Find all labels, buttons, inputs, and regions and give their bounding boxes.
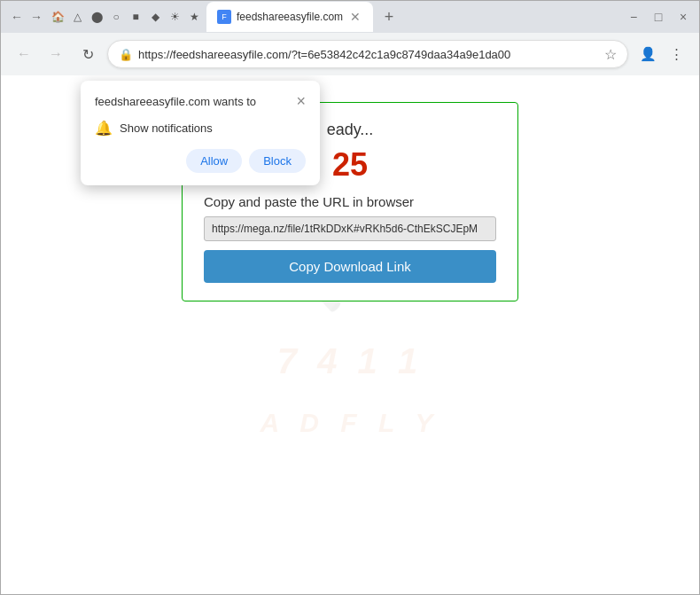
tab-favicon: F [217, 10, 231, 24]
popup-header: feedshareeasyfile.com wants to × [95, 93, 306, 109]
reload-button[interactable]: ↻ [75, 42, 100, 67]
toolbar-icons: 👤 ⋮ [635, 42, 688, 67]
ext-icon-4[interactable]: ○ [107, 8, 125, 26]
ext-icon-8[interactable]: ★ [185, 8, 203, 26]
bookmark-icon[interactable]: ☆ [604, 46, 617, 63]
popup-notification-row: 🔔 Show notifications [95, 120, 306, 137]
maximize-button[interactable]: □ [649, 8, 667, 26]
notif-label: Show notifications [120, 121, 213, 135]
page-content: 🔍 9/77 7 4 1 1 A D F L Y eady... 25 Copy… [1, 75, 699, 594]
back-button[interactable]: ← [12, 42, 36, 67]
window-controls: − □ × [625, 8, 692, 26]
close-button[interactable]: × [674, 8, 692, 26]
ext-icon-1[interactable]: 🏠 [49, 8, 66, 26]
copy-download-link-button[interactable]: Copy Download Link [204, 250, 496, 283]
tab-title: feedshareeasyfile.com [237, 11, 343, 23]
menu-icon[interactable]: ⋮ [664, 42, 688, 67]
block-button[interactable]: Block [249, 149, 306, 173]
tab-active[interactable]: F feedshareeasyfile.com ✕ [206, 2, 373, 32]
popup-title: feedshareeasyfile.com wants to [95, 95, 256, 108]
forward-button[interactable]: → [43, 42, 68, 67]
notification-popup: feedshareeasyfile.com wants to × 🔔 Show … [81, 81, 320, 185]
address-input-wrap[interactable]: 🔒 https://feedshareeasyfile.com/?t=6e538… [107, 40, 628, 68]
url-input[interactable] [204, 216, 496, 241]
lock-icon: 🔒 [119, 48, 133, 61]
tab-close-button[interactable]: ✕ [348, 10, 362, 24]
back-icon[interactable]: ← [8, 8, 26, 26]
allow-button[interactable]: Allow [186, 149, 242, 173]
popup-buttons: Allow Block [95, 149, 306, 173]
address-text: https://feedshareeasyfile.com/?t=6e53842… [138, 48, 599, 61]
url-label: Copy and paste the URL in browser [204, 194, 496, 209]
ext-icon-2[interactable]: △ [68, 8, 86, 26]
browser-window: ← → 🏠 △ ⬤ ○ ■ ◆ ☀ ★ F feedshareeasyfile.… [0, 0, 700, 595]
tab-controls-left: ← → [8, 8, 45, 26]
profile-icon[interactable]: 👤 [635, 42, 660, 67]
ext-icon-3[interactable]: ⬤ [88, 8, 105, 26]
popup-close-button[interactable]: × [296, 93, 306, 109]
ext-icon-5[interactable]: ■ [127, 8, 144, 26]
bell-icon: 🔔 [95, 120, 113, 137]
forward-icon[interactable]: → [27, 8, 45, 26]
minimize-button[interactable]: − [625, 8, 642, 26]
ext-icon-6[interactable]: ◆ [146, 8, 164, 26]
tab-bar: ← → 🏠 △ ⬤ ○ ■ ◆ ☀ ★ F feedshareeasyfile.… [1, 1, 699, 33]
ext-icon-7[interactable]: ☀ [166, 8, 183, 26]
new-tab-button[interactable]: + [377, 4, 401, 29]
address-bar: ← → ↻ 🔒 https://feedshareeasyfile.com/?t… [1, 33, 699, 75]
toolbar-icon-row: 🏠 △ ⬤ ○ ■ ◆ ☀ ★ [49, 8, 203, 26]
